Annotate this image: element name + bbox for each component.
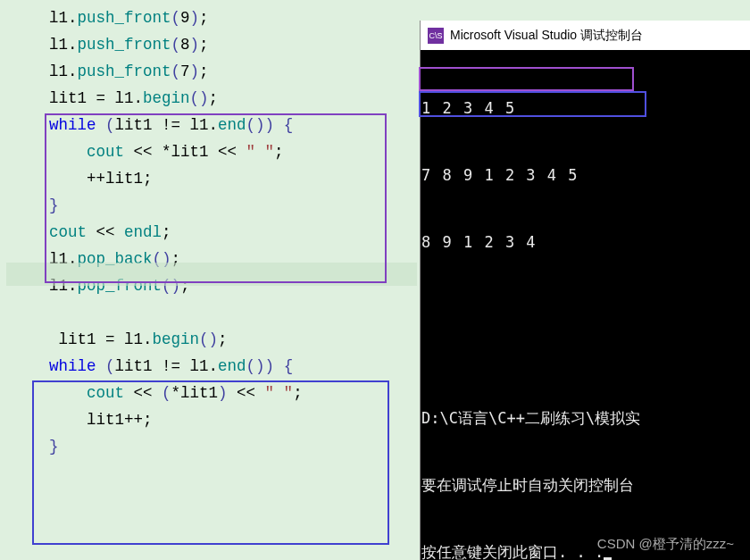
code-line[interactable]: l1.push_front(8); (49, 31, 420, 58)
code-line[interactable]: cout << endl; (49, 219, 420, 246)
code-line[interactable]: ++lit1; (49, 165, 420, 192)
code-line[interactable]: lit1++; (49, 406, 420, 433)
code-line[interactable]: l1.pop_back(); (49, 246, 420, 272)
code-line[interactable]: cout << (*lit1) << " "; (49, 380, 420, 406)
code-line[interactable]: while (lit1 != l1.end()) { (49, 112, 420, 138)
console-msg: 要在调试停止时自动关闭控制台 (421, 474, 640, 497)
console-titlebar[interactable]: C\S Microsoft Visual Studio 调试控制台 (421, 21, 750, 50)
watermark: CSDN @橙予清的zzz~ (597, 536, 734, 553)
console-path: D:\C语言\C++二刷练习\模拟实 (421, 407, 640, 430)
code-line[interactable]: cout << *lit1 << " "; (49, 138, 420, 165)
code-line[interactable]: lit1 = l1.begin(); (49, 85, 420, 112)
console-body[interactable]: 1 2 3 4 5 7 8 9 1 2 3 4 5 8 9 1 2 3 4 (421, 50, 750, 298)
code-line[interactable]: l1.push_front(7); (49, 58, 420, 85)
code-line[interactable]: lit1 = l1.begin(); (49, 326, 420, 353)
console-output-line: 7 8 9 1 2 3 4 5 (421, 164, 750, 187)
code-line[interactable]: } (49, 433, 420, 460)
code-line[interactable]: } (49, 192, 420, 219)
console-window: C\S Microsoft Visual Studio 调试控制台 1 2 3 … (420, 21, 750, 560)
console-title: Microsoft Visual Studio 调试控制台 (450, 28, 643, 44)
code-editor-pane[interactable]: l1.push_front(9); l1.push_front(8); l1.p… (0, 0, 420, 560)
vs-icon: C\S (428, 28, 444, 44)
console-footer: D:\C语言\C++二刷练习\模拟实 要在调试停止时自动关闭控制台 按任意键关闭… (421, 363, 640, 560)
code-line[interactable]: l1.pop_front(); (49, 272, 420, 299)
console-output-line: 1 2 3 4 5 (421, 97, 750, 120)
code-line[interactable]: l1.push_front(9); (49, 4, 420, 31)
code-line[interactable] (49, 299, 420, 326)
code-line[interactable]: while (lit1 != l1.end()) { (49, 353, 420, 380)
console-output-line: 8 9 1 2 3 4 (421, 231, 750, 254)
